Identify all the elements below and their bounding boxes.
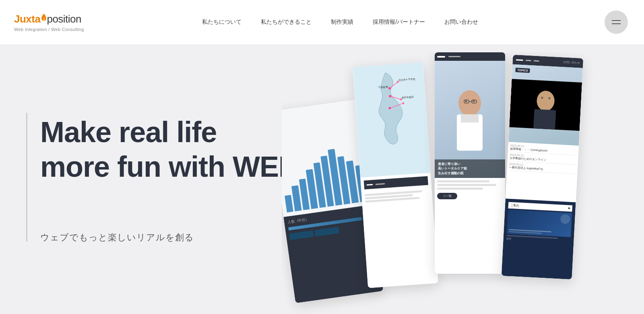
- hamburger-line-1: [612, 20, 621, 21]
- topics-panel: お問い合わせ TOPICS 2023.05.11: [502, 55, 584, 279]
- header: Juxta position Web Integration / Web Con…: [0, 0, 644, 44]
- medical-panel: 患者に寄り添い 高いトータルケア能 生み出す感動の医 二一覧: [435, 52, 505, 274]
- main-nav: 私たちについて 私たちができること 制作実績 採用情報/パートナー お問い合わせ: [202, 19, 478, 26]
- flame-icon: [41, 14, 47, 23]
- panel-bottom-nav: ご案内 ▶: [502, 198, 576, 279]
- map-panel: 北京赤十字学院 千葉附属 都科学教院: [353, 62, 438, 288]
- svg-point-16: [465, 100, 467, 102]
- screenshots-area: 年別 人数（年別）: [282, 52, 644, 314]
- hamburger-button[interactable]: [605, 10, 628, 34]
- logo-position: position: [47, 13, 81, 25]
- accent-line: [26, 113, 27, 242]
- nav-contact[interactable]: お問い合わせ: [444, 19, 478, 26]
- logo[interactable]: Juxta position Web Integration / Web Con…: [14, 13, 84, 32]
- svg-rect-23: [533, 109, 556, 130]
- hero-headline-line1: Make real life: [40, 116, 217, 148]
- nav-careers[interactable]: 採用情報/パートナー: [373, 19, 425, 26]
- logo-subtitle: Web Integration / Web Consulting: [14, 27, 84, 32]
- hero-subtitle: ウェブでもっと楽しいリアルを創る: [40, 231, 194, 244]
- nav-works[interactable]: 制作実績: [331, 19, 353, 26]
- nav-services[interactable]: 私たちができること: [261, 19, 312, 26]
- hero-headline-line2: more fun with WEB: [40, 151, 299, 183]
- svg-point-13: [458, 90, 481, 116]
- topics-label: TOPICS: [515, 68, 530, 73]
- hamburger-line-2: [612, 23, 621, 24]
- svg-rect-15: [461, 114, 479, 122]
- logo-juxta: Juxta: [14, 13, 40, 25]
- hero-section: Make real life more fun with WEB ウェブでもっと…: [0, 0, 644, 314]
- hero-headline: Make real life more fun with WEB: [40, 115, 299, 184]
- svg-point-17: [473, 100, 475, 102]
- medical-text-overlay: 患者に寄り添い 高いトータルケア能 生み出す感動の医: [435, 159, 505, 178]
- nav-about[interactable]: 私たちについて: [202, 19, 242, 26]
